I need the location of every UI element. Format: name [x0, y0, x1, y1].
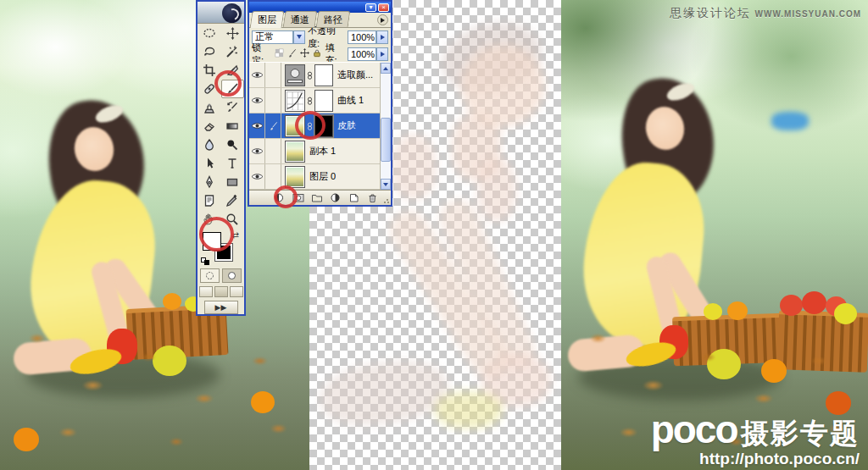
panel-tabs: 图层 通道 路径: [249, 13, 391, 28]
scroll-up-icon[interactable]: [381, 63, 391, 74]
blur-drop-icon: [203, 138, 216, 152]
blend-dropdown-arrow-icon[interactable]: [293, 30, 305, 44]
dodge-tool[interactable]: [221, 135, 245, 154]
layers-bottom-bar: [249, 190, 391, 205]
lasso-icon: [203, 45, 216, 58]
fill-arrow-icon[interactable]: [376, 47, 388, 61]
mask-link-icon[interactable]: [307, 70, 313, 80]
layer-thumbnail[interactable]: [285, 166, 305, 188]
history-brush-icon: [225, 101, 239, 114]
opacity-arrow-icon[interactable]: [376, 30, 388, 44]
imageready-arrows: ▶▶: [215, 303, 227, 312]
link-indicator-cell[interactable]: [265, 139, 281, 163]
gradient-tool[interactable]: [221, 117, 245, 135]
blur-tool[interactable]: [198, 135, 221, 154]
toolbox-header-art[interactable]: [198, 2, 244, 24]
annotation-ring-skin-mask: [295, 111, 326, 140]
layer-name[interactable]: 曲线 1: [337, 94, 364, 107]
fullscreen-menubar-button[interactable]: [214, 286, 228, 297]
tab-layers[interactable]: 图层: [250, 11, 285, 28]
layer-mask-thumbnail[interactable]: [314, 64, 333, 86]
layer-name[interactable]: 皮肤: [337, 119, 356, 132]
history-brush-tool[interactable]: [221, 98, 245, 117]
lasso-tool[interactable]: [198, 42, 221, 61]
eyedropper-tool[interactable]: [221, 191, 245, 210]
fill-control[interactable]: 100%: [348, 47, 388, 61]
watermark-site-url: WWW.MISSYUAN.COM: [755, 9, 861, 19]
quick-mask-mode-button[interactable]: [222, 268, 242, 283]
notes-tool[interactable]: [198, 191, 221, 210]
elliptical-marquee-tool[interactable]: [198, 24, 221, 42]
opacity-control[interactable]: 100%: [348, 30, 388, 44]
layer-row-background[interactable]: 图层 0: [249, 164, 380, 190]
visibility-toggle[interactable]: [249, 164, 265, 189]
close-button[interactable]: ×: [378, 3, 389, 12]
move-icon: [226, 27, 239, 40]
standard-screen-button[interactable]: [199, 286, 213, 297]
lock-paint-icon[interactable]: [287, 48, 297, 59]
clone-stamp-tool[interactable]: [198, 98, 221, 117]
new-group-button[interactable]: [310, 192, 323, 204]
link-indicator-cell[interactable]: [265, 164, 281, 189]
link-indicator-cell[interactable]: [265, 63, 281, 87]
poco-logo: poco: [651, 407, 737, 451]
lock-transparency-icon[interactable]: [275, 48, 284, 59]
visibility-toggle[interactable]: [249, 113, 265, 138]
layer-thumbnail[interactable]: [285, 141, 305, 163]
eraser-icon: [203, 119, 216, 133]
tab-paths[interactable]: 路径: [316, 11, 351, 27]
jump-to-imageready-button[interactable]: ▶▶: [204, 301, 238, 314]
layer-name[interactable]: 图层 0: [309, 170, 336, 183]
layer-list-scrollbar[interactable]: [380, 63, 391, 190]
minimize-button[interactable]: ▾: [365, 3, 376, 12]
path-selection-tool[interactable]: [198, 154, 221, 173]
resize-grip[interactable]: [383, 197, 390, 204]
scroll-down-icon[interactable]: [381, 179, 391, 190]
photoshop-toolbox: ⇄ ▶▶: [196, 0, 246, 316]
layer-row-curves[interactable]: 曲线 1: [249, 88, 380, 113]
lock-position-icon[interactable]: [300, 48, 309, 59]
scroll-track[interactable]: [381, 74, 391, 179]
editing-brush-indicator: [265, 113, 281, 138]
photo-after[interactable]: [561, 0, 868, 470]
opacity-value[interactable]: 100%: [348, 30, 376, 44]
eye-icon: [251, 147, 264, 156]
curves-thumbnail[interactable]: [285, 90, 305, 112]
type-tool[interactable]: [221, 154, 245, 173]
tab-channels[interactable]: 通道: [283, 11, 318, 27]
rectangle-shape-icon: [225, 175, 239, 189]
eraser-tool[interactable]: [198, 117, 221, 135]
fill-value[interactable]: 100%: [348, 47, 376, 61]
tutorial-screenshot: 思缘设计论坛 WWW.MISSYUAN.COM: [0, 0, 868, 470]
mask-link-icon[interactable]: [307, 96, 313, 106]
layer-name[interactable]: 选取颜...: [337, 69, 373, 81]
default-colors-icon[interactable]: [201, 257, 210, 265]
adjustment-layer-icon: [330, 192, 341, 203]
pen-tool[interactable]: [198, 173, 221, 191]
move-tool[interactable]: [221, 24, 245, 42]
selective-color-thumbnail[interactable]: [285, 64, 305, 86]
layer-name[interactable]: 副本 1: [309, 145, 336, 158]
standard-mode-button[interactable]: [200, 268, 220, 283]
layer-row-selective-color[interactable]: 选取颜...: [249, 63, 380, 88]
visibility-toggle[interactable]: [249, 88, 265, 113]
scroll-thumb[interactable]: [381, 118, 391, 162]
fullscreen-button[interactable]: [230, 286, 243, 297]
eyedropper-icon: [225, 194, 239, 207]
layers-panel: ▾ × 图层 通道 路径 正常 不透明度: 100% 锁定:: [248, 0, 392, 207]
shape-tool[interactable]: [221, 173, 245, 191]
visibility-toggle[interactable]: [249, 63, 265, 87]
layer-row-copy[interactable]: 副本 1: [249, 139, 380, 164]
lock-all-icon[interactable]: [313, 48, 321, 59]
new-layer-button[interactable]: [348, 192, 360, 204]
magic-wand-tool[interactable]: [221, 42, 245, 61]
new-adjustment-layer-button[interactable]: [329, 192, 342, 204]
visibility-toggle[interactable]: [249, 139, 265, 163]
panel-menu-button[interactable]: [377, 14, 388, 25]
eye-icon: [251, 96, 264, 105]
poco-title: 摄影专题: [741, 417, 860, 449]
delete-layer-button[interactable]: [366, 192, 379, 204]
eye-icon: [251, 121, 264, 130]
link-indicator-cell[interactable]: [265, 88, 281, 113]
layer-mask-thumbnail[interactable]: [314, 90, 333, 112]
